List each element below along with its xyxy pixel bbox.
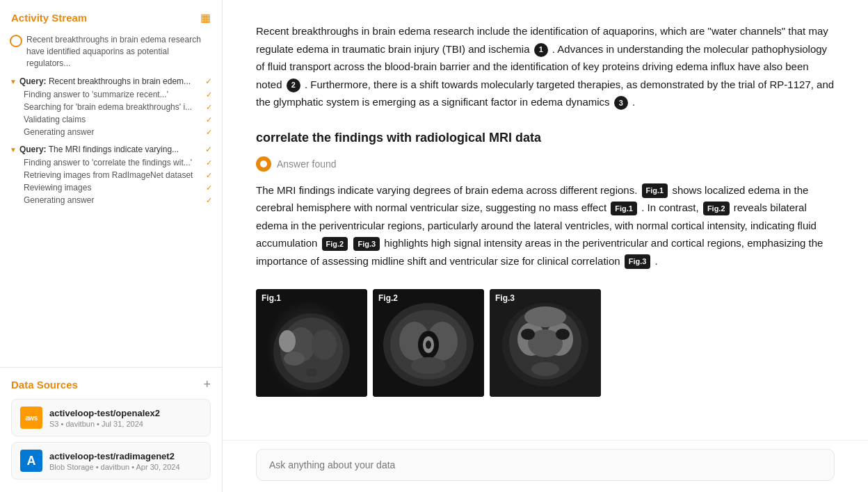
sub-item: Finding answer to 'summarize recent...' … [19,88,216,101]
check-small: ✓ [206,158,212,167]
mri-label-2: Fig.2 [378,293,398,303]
svg-point-3 [312,329,337,360]
datasource-info-blob: activeloop-test/radimagenet2 Blob Storag… [49,451,202,471]
query-header-2[interactable]: ▼ Query: The MRI findings indicate varyi… [6,142,216,156]
data-sources-header: Data Sources + [11,377,211,392]
bottom-bar [223,440,868,492]
sub-item-text: Searching for 'brain edema breakthroughs… [24,102,192,112]
activity-stream-header: Activity Stream ▦ [0,0,222,31]
ask-input[interactable] [256,449,835,481]
datasource-item-s3[interactable]: aws activeloop-test/openalex2 S3 • davit… [11,399,211,436]
datasource-name-blob: activeloop-test/radimagenet2 [49,451,202,461]
section-heading: correlate the findings with radiological… [256,131,835,145]
chevron-icon-1: ▼ [10,78,17,85]
sub-item-text: Generating answer [24,127,94,137]
svg-point-21 [556,329,570,340]
answer-found-badge: Answer found [256,156,835,172]
azure-logo: A [20,450,42,472]
check-small: ✓ [206,196,212,205]
sub-item-text: Reviewing images [24,183,91,192]
activity-status-icon [10,35,22,47]
sub-item-text: Finding answer to 'correlate the finding… [24,158,192,167]
query-group-1: ▼ Query: Recent breakthroughs in brain e… [6,74,216,138]
sub-item-text: Finding answer to 'summarize recent...' [24,90,168,99]
activity-list: Recent breakthroughs in brain edema rese… [0,31,222,367]
sub-item: Validating claims ✓ [19,113,216,126]
sub-item: Generating answer ✓ [19,126,216,138]
para1-end: . [632,96,635,108]
query-text-1: Recent breakthroughs in brain edem... [49,76,191,86]
data-sources-title: Data Sources [11,379,78,391]
ref-badge-2: 2 [287,79,300,92]
check-small: ✓ [206,183,212,192]
para2-end: . [655,255,658,267]
mri-image-fig1[interactable]: Fig.1 [256,289,367,397]
sub-item-text: Retrieving images from RadImageNet datas… [24,170,193,180]
sub-item-text: Generating answer [24,195,94,205]
query-label-1: Query: Recent breakthroughs in brain ede… [19,76,191,86]
sidebar: Activity Stream ▦ Recent breakthroughs i… [0,0,223,492]
answer-found-icon [256,156,271,172]
paragraph-1: Recent breakthroughs in brain edema rese… [256,22,835,111]
datasource-meta-blob: Blob Storage • davitbun • Apr 30, 2024 [49,463,202,471]
ref-badge-3: 3 [614,96,628,110]
answer-found-text: Answer found [277,158,337,170]
sub-item: Retrieving images from RadImageNet datas… [19,169,216,181]
svg-point-5 [279,330,296,352]
mri-svg-3 [490,289,601,397]
activity-stream-title: Activity Stream [11,12,87,24]
mri-brain-visual-2 [373,289,484,397]
paragraph-2: The MRI findings indicate varying degree… [256,181,835,270]
sub-items-1: Finding answer to 'summarize recent...' … [6,88,216,138]
layout-icon[interactable]: ▦ [200,11,211,24]
svg-point-13 [426,341,431,349]
content-scroll: Recent breakthroughs in brain edema rese… [223,0,868,440]
check-small: ✓ [206,115,212,124]
mri-image-fig3[interactable]: Fig.3 [490,289,601,397]
fig2-badge-2: Fig.2 [322,237,348,252]
query-keyword-1: Query: [19,76,47,86]
sub-item: Searching for 'brain edema breakthroughs… [19,101,216,113]
answer-found-icon-inner [260,161,267,167]
sub-item: Finding answer to 'correlate the finding… [19,156,216,169]
mri-image-fig2[interactable]: Fig.2 [373,289,484,397]
mri-brain-visual-3 [490,289,601,397]
para1-cont2: . Furthermore, there is a shift towards … [256,79,834,108]
activity-top-text: Recent breakthroughs in brain edema rese… [26,34,212,69]
sub-item-text: Validating claims [24,115,86,124]
check-small: ✓ [206,171,212,180]
fig3-badge-2: Fig.3 [625,254,651,269]
svg-point-23 [531,362,559,376]
query-keyword-2: Query: [19,145,47,154]
mri-images-container: Fig.1 Fig.2 [256,289,835,397]
datasource-name-s3: activeloop-test/openalex2 [49,408,202,418]
fig3-badge-1: Fig.3 [353,237,380,252]
main-content: Recent breakthroughs in brain edema rese… [223,0,868,492]
check-small: ✓ [206,90,212,99]
query-header-left-2: ▼ Query: The MRI findings indicate varyi… [10,145,179,154]
fig1-badge-2: Fig.1 [611,202,637,216]
svg-point-6 [306,368,317,377]
datasource-item-blob[interactable]: A activeloop-test/radimagenet2 Blob Stor… [11,442,211,479]
mri-label-1: Fig.1 [262,293,281,303]
svg-point-14 [411,357,446,374]
query-label-2: Query: The MRI findings indicate varying… [19,145,179,154]
query-group-2: ▼ Query: The MRI findings indicate varyi… [6,142,216,206]
aws-logo: aws [20,407,42,429]
add-datasource-button[interactable]: + [203,377,211,392]
check-small: ✓ [206,103,212,112]
datasource-info-s3: activeloop-test/openalex2 S3 • davitbun … [49,408,202,428]
sub-item: Reviewing images ✓ [19,181,216,194]
datasource-meta-s3: S3 • davitbun • Jul 31, 2024 [49,420,202,428]
query-header-1[interactable]: ▼ Query: Recent breakthroughs in brain e… [6,74,216,88]
sub-items-2: Finding answer to 'correlate the finding… [6,156,216,206]
para2-text: The MRI findings indicate varying degree… [256,184,637,196]
mri-brain-visual-1 [256,289,367,397]
svg-point-22 [524,306,566,327]
mri-label-3: Fig.3 [495,293,515,303]
chevron-icon-2: ▼ [10,146,17,154]
mri-svg-1 [256,289,367,397]
svg-point-4 [284,352,305,366]
fig2-badge-1: Fig.2 [703,202,730,216]
ref-badge-1: 1 [534,43,548,57]
